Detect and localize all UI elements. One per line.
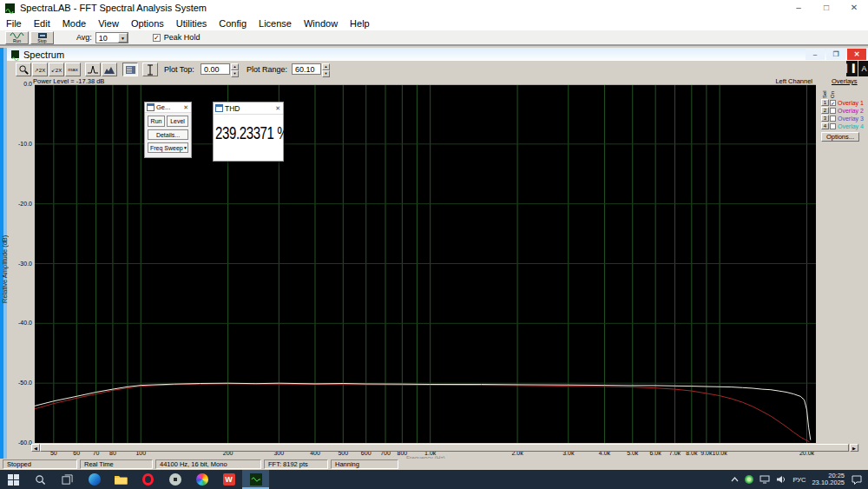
input-meter-icon[interactable]: ▏▍ (846, 61, 858, 76)
spectrum-title: Spectrum (23, 50, 64, 60)
tray-notification-icon[interactable] (852, 475, 862, 485)
generator-titlebar[interactable]: Ge... ✕ (145, 102, 191, 113)
close-icon[interactable]: ✕ (840, 0, 868, 16)
status-panel-2: 44100 Hz, 16 bit, Mono (155, 459, 261, 469)
generator-dialog: Ge... ✕ Run Level Details... Freq Sweep … (144, 102, 192, 158)
peak-curve-icon[interactable] (85, 63, 101, 76)
overlay-select-button[interactable]: 4 (821, 122, 829, 129)
plot-hscrollbar[interactable]: ◀ ▶ (31, 444, 859, 452)
menu-edit[interactable]: Edit (28, 17, 56, 30)
taskbar-edge-button[interactable] (81, 470, 108, 489)
generator-level-button[interactable]: Level (167, 116, 188, 127)
start-button[interactable] (0, 470, 27, 489)
overlay-select-button[interactable]: 2 (821, 107, 829, 114)
search-icon[interactable] (27, 470, 54, 489)
plot-range-input[interactable]: 60.10 (292, 63, 321, 75)
spectrum-minimize-icon[interactable]: – (806, 49, 825, 60)
run-button[interactable]: Run (5, 31, 29, 44)
task-view-button[interactable] (54, 470, 81, 489)
y-tick-label: 0.0 (5, 81, 32, 87)
overlays-panel: Overlays Sel On 1✓Overlay 12Overlay 23Ov… (819, 76, 868, 148)
main-titlebar: SpectraLAB - FFT Spectral Analysis Syste… (0, 0, 868, 16)
zoom-cursor-icon[interactable] (16, 63, 31, 76)
chevron-down-icon: ▼ (183, 143, 187, 153)
stop-button[interactable]: Stop (30, 31, 54, 44)
overlay-label: Overlay 3 (838, 116, 864, 122)
taskbar: W РУС 20:25 23.10.2025 (0, 470, 868, 489)
generator-details-button[interactable]: Details... (148, 129, 188, 140)
tray-network-icon[interactable] (760, 475, 770, 484)
menu-bar: FileEditModeViewOptionsUtilitiesConfigLi… (0, 16, 868, 30)
tray-language-label[interactable]: РУС (792, 476, 806, 484)
marker-ibeam-icon[interactable] (142, 63, 158, 76)
menu-utilities[interactable]: Utilities (170, 17, 213, 30)
annotate-icon[interactable]: A (858, 61, 868, 76)
plot-range-spinner[interactable]: ▲▼ (322, 63, 330, 75)
scroll-right-icon[interactable]: ▶ (850, 444, 858, 452)
minimize-icon[interactable]: – (785, 0, 812, 16)
menu-help[interactable]: Help (344, 17, 376, 30)
chevron-down-icon[interactable]: ▼ (118, 33, 128, 43)
avg-select[interactable]: 10 ▼ (95, 32, 128, 43)
overlay-row: 4Overlay 4 (821, 122, 868, 129)
menu-mode[interactable]: Mode (56, 17, 93, 30)
taskbar-disc-button[interactable] (161, 470, 188, 489)
overlay-row: 2Overlay 2 (821, 107, 868, 114)
generator-mode-select[interactable]: Freq Sweep ▼ (148, 142, 188, 153)
spectrum-titlebar: Spectrum – ❐ ✕ (7, 48, 868, 61)
thd-title: THD (225, 104, 240, 113)
tray-clock[interactable]: 20:25 23.10.2025 (812, 472, 845, 487)
overlay-on-checkbox[interactable] (830, 108, 836, 114)
menu-license[interactable]: License (253, 17, 298, 30)
tray-app-icon[interactable] (745, 475, 753, 484)
spectrum-window-icon (11, 50, 19, 58)
zoom-max-icon[interactable]: max (65, 63, 81, 76)
generator-run-button[interactable]: Run (148, 116, 165, 127)
tray-chevron-up-icon[interactable] (731, 477, 739, 482)
y-tick-label: -50.0 (5, 380, 32, 386)
generator-close-icon[interactable]: ✕ (183, 104, 188, 111)
thd-titlebar[interactable]: THD ✕ (214, 102, 283, 115)
peak-hold-checkbox[interactable]: ✓ (153, 34, 161, 42)
thd-close-icon[interactable]: ✕ (275, 105, 280, 112)
overlay-label: Overlay 2 (838, 108, 864, 114)
y-axis-title: Relative Amplitude (dB) (1, 200, 10, 339)
status-bar: StoppedReal Time44100 Hz, 16 bit, MonoFF… (0, 459, 868, 470)
menu-view[interactable]: View (92, 17, 125, 30)
display-options-icon[interactable] (122, 63, 138, 76)
taskbar-explorer-button[interactable] (108, 470, 135, 489)
status-panel-0: Stopped (3, 459, 77, 469)
zoom-out-2x-icon[interactable]: ↙2X (49, 63, 64, 76)
taskbar-colorwheel-button[interactable] (188, 470, 215, 489)
overlay-on-checkbox[interactable]: ✓ (830, 100, 836, 106)
scrollbar-thumb[interactable] (40, 444, 849, 452)
y-tick-label: -10.0 (5, 141, 32, 147)
menu-config[interactable]: Config (213, 17, 253, 30)
plot-range-label: Plot Range: (247, 65, 287, 74)
overlay-on-checkbox[interactable] (830, 123, 836, 129)
menu-window[interactable]: Window (298, 17, 344, 30)
plot-top-input[interactable]: 0.00 (201, 63, 230, 75)
menu-file[interactable]: File (0, 17, 28, 30)
series-overlay-1 (35, 384, 809, 442)
overlay-select-button[interactable]: 1 (821, 99, 829, 106)
taskbar-opera-button[interactable] (135, 470, 161, 489)
zoom-in-2x-icon[interactable]: ↗2X (32, 63, 48, 76)
spectrum-bars-icon[interactable] (102, 63, 117, 76)
window-title: SpectraLAB - FFT Spectral Analysis Syste… (20, 3, 207, 13)
spectrum-close-icon[interactable]: ✕ (847, 49, 866, 60)
overlays-on-header: On (830, 86, 835, 98)
scroll-left-icon[interactable]: ◀ (31, 444, 40, 452)
status-panel-4: Hanning (331, 459, 398, 469)
overlays-options-button[interactable]: Options... (821, 132, 859, 142)
overlay-select-button[interactable]: 3 (821, 115, 829, 122)
taskbar-w-app-button[interactable]: W (215, 470, 242, 489)
menu-options[interactable]: Options (125, 17, 170, 30)
taskbar-spectralab-button[interactable] (242, 470, 269, 489)
overlay-on-checkbox[interactable] (830, 116, 836, 122)
spectrum-restore-icon[interactable]: ❐ (826, 49, 845, 60)
tray-volume-icon[interactable] (776, 475, 786, 484)
plot-top-spinner[interactable]: ▲▼ (231, 63, 239, 75)
maximize-icon[interactable]: □ (812, 0, 840, 16)
avg-value: 10 (96, 33, 118, 43)
